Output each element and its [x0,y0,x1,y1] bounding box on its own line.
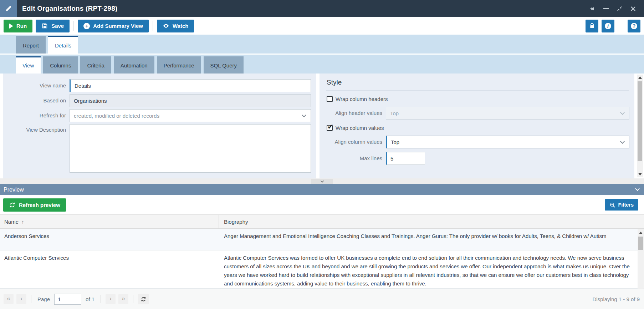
edit-pencil-icon [0,0,17,17]
add-summary-view-button[interactable]: + Add Summary View [78,20,149,32]
page-number-input[interactable] [54,294,81,305]
first-page-button[interactable]: « [4,294,14,304]
horizontal-splitter[interactable] [0,178,644,184]
align-column-values-select[interactable]: Top [386,136,629,148]
tab-view[interactable]: View [16,56,41,74]
tab-performance[interactable]: Performance [157,56,201,74]
lock-icon [589,22,596,29]
chevron-down-icon [302,113,306,117]
view-name-input[interactable] [70,79,311,92]
tab-criteria[interactable]: Criteria [80,56,111,74]
previous-page-button[interactable]: ‹ [16,294,26,304]
run-button[interactable]: Run [4,20,32,32]
info-button[interactable]: i [602,20,614,32]
form-scrollbar[interactable] [637,75,643,177]
wrap-column-values-checkbox[interactable]: ✔ [327,125,333,131]
cell-biography: Anger Management and Emotional Intellige… [219,229,644,250]
filters-button[interactable]: Filters [605,199,638,211]
table-scrollbar[interactable] [638,229,644,289]
lock-button[interactable] [586,20,598,32]
reload-grid-button[interactable] [138,294,149,304]
previous-page-icon: ‹ [20,295,22,302]
view-name-label: View name [3,79,70,92]
toolbar-separator [153,21,153,31]
view-description-textarea[interactable] [70,124,311,173]
align-header-values-select: Top [386,107,629,120]
displaying-status: Displaying 1 - 9 of 9 [592,296,640,302]
watch-button[interactable]: Watch [157,20,194,32]
pin-icon[interactable] [588,4,597,13]
align-header-values-value: Top [390,110,399,116]
tab-performance-label: Performance [164,62,194,69]
close-icon[interactable] [628,4,638,13]
tab-details-label: Details [55,42,71,49]
view-settings-panel: View name Based on Organisations Refresh… [3,74,316,178]
align-column-values-value: Top [391,139,399,145]
next-page-icon: › [109,295,112,302]
tab-columns[interactable]: Columns [43,56,78,74]
refresh-for-select[interactable]: created, modified or deleted records [70,109,311,122]
tab-criteria-label: Criteria [87,62,104,69]
refresh-preview-button[interactable]: Refresh preview [3,198,66,212]
report-editor-window: Edit Organisations (RPT-298) Run Save + [0,0,644,309]
next-page-button[interactable]: › [106,294,116,304]
refresh-for-label: Refresh for [3,109,70,122]
view-description-label: View Description [3,124,70,173]
scrollbar-thumb[interactable] [638,81,642,161]
watch-label: Watch [173,23,188,29]
based-on-value: Organisations [74,98,107,104]
refresh-preview-label: Refresh preview [19,202,60,208]
main-tab-bar: Report Details [0,35,644,54]
column-header-biography[interactable]: Biography [219,215,644,228]
refresh-for-value: created, modified or deleted records [74,113,159,119]
chevron-down-icon [620,110,625,115]
last-page-button[interactable]: » [118,294,128,304]
tab-columns-label: Columns [50,62,71,69]
toolbar: Run Save + Add Summary View Watch i ? [0,17,644,35]
wrap-column-headers-checkbox[interactable] [327,96,333,102]
based-on-field: Organisations [70,94,311,107]
chevron-down-icon [620,139,625,144]
filters-label: Filters [618,202,634,208]
restore-icon[interactable] [615,4,624,13]
collapse-preview-icon[interactable] [635,186,640,191]
last-page-icon: » [122,295,125,302]
run-label: Run [16,23,27,29]
wrap-column-values-label: Wrap column values [336,125,384,131]
save-label: Save [51,23,64,29]
preview-table: Name ↑ Biography Anderson Services Anger… [0,214,644,289]
max-lines-label: Max lines [324,152,386,165]
info-icon: i [605,23,611,29]
tab-details[interactable]: Details [48,36,78,54]
sub-tab-bar: View Columns Criteria Automation Perform… [0,55,644,74]
max-lines-input[interactable] [386,152,425,165]
scrollbar-thumb[interactable] [638,237,643,250]
biography-column-label: Biography [224,219,248,225]
page-count-label: of 1 [84,296,96,302]
preview-toolbar: Refresh preview Filters [0,195,644,214]
scroll-up-icon[interactable] [638,230,644,236]
tab-automation[interactable]: Automation [114,56,154,74]
eye-icon [163,22,169,29]
table-row[interactable]: Anderson Services Anger Management and E… [0,229,644,250]
scroll-down-icon[interactable] [637,171,643,177]
tab-sql-query[interactable]: SQL Query [204,56,244,74]
table-row[interactable]: Atlantic Computer Services Atlantic Comp… [0,250,644,289]
titlebar: Edit Organisations (RPT-298) [0,0,644,17]
scroll-up-icon[interactable] [637,75,643,81]
chevron-down-icon [320,179,324,183]
pagination-bar: « ‹ Page of 1 › » Displaying 1 - 9 of 9 [0,289,644,309]
toolbar-separator [73,21,74,31]
tab-automation-label: Automation [121,62,148,69]
column-header-name[interactable]: Name ↑ [0,215,219,228]
minimize-icon[interactable] [601,4,610,13]
help-button[interactable]: ? [628,20,640,32]
wrap-column-headers-label: Wrap column headers [336,96,388,102]
splitter-collapse-handle[interactable] [311,179,333,184]
tab-view-label: View [22,62,34,69]
tab-sql-query-label: SQL Query [210,62,237,69]
save-button[interactable]: Save [36,20,70,32]
tab-report[interactable]: Report [16,36,46,54]
sort-ascending-icon: ↑ [21,219,24,225]
refresh-icon [9,202,16,208]
